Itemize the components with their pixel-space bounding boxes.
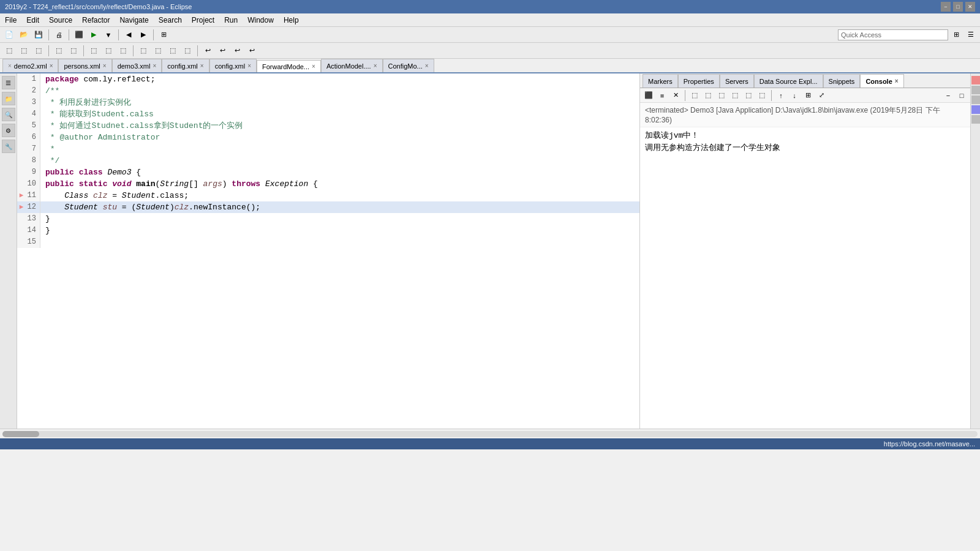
tb2-nav1[interactable]: ↩ (201, 44, 214, 58)
tab-close-btn[interactable]: × (200, 62, 204, 69)
toolbar-end-2[interactable]: ☰ (964, 28, 978, 42)
print-button[interactable]: 🖨 (52, 28, 66, 42)
tab-configxml1[interactable]: config.xml × (162, 59, 209, 72)
tab-close-btn[interactable]: × (425, 62, 429, 69)
tb2-btn6[interactable]: ⬚ (87, 44, 100, 58)
console-output[interactable]: 加载读jvm中！ 调用无参构造方法创建了一个学生对象 (640, 127, 970, 429)
tb2-btn5[interactable]: ⬚ (67, 44, 80, 58)
rsidebar-icon-1[interactable] (971, 76, 980, 84)
menu-window[interactable]: Window (243, 13, 279, 26)
console-clear-btn[interactable]: ⬛ (643, 89, 655, 102)
console-nav5[interactable]: ⬚ (742, 89, 755, 102)
save-button[interactable]: 💾 (32, 28, 45, 42)
sidebar-icon-5[interactable]: 🔧 (2, 140, 15, 153)
new-button[interactable]: 📄 (2, 28, 16, 42)
panel-tab-markers[interactable]: Markers (643, 74, 678, 88)
tb2-btn4[interactable]: ⬚ (52, 44, 66, 58)
tab-personsxml[interactable]: persons.xml × (58, 59, 111, 72)
console-remove-btn[interactable]: ✕ (669, 89, 682, 102)
sidebar-icon-4[interactable]: ⚙ (2, 124, 15, 137)
menu-edit[interactable]: Edit (21, 13, 44, 26)
tb2-btn1[interactable]: ⬚ (2, 44, 16, 58)
quick-access-box[interactable]: Quick Access (838, 29, 948, 40)
panel-tab-console[interactable]: Console × (860, 74, 903, 88)
console-view2[interactable]: ↓ (788, 89, 801, 102)
open-button[interactable]: 📂 (17, 28, 31, 42)
tb2-btn3[interactable]: ⬚ (32, 44, 45, 58)
tab-close-btn[interactable]: × (247, 62, 251, 69)
tb2-btn12[interactable]: ⬚ (181, 44, 194, 58)
rsidebar-icon-5[interactable] (971, 115, 980, 124)
prev-edit-button[interactable]: ◀ (122, 28, 135, 42)
tab-close-btn[interactable]: × (50, 62, 53, 69)
menu-refactor[interactable]: Refactor (77, 13, 115, 26)
tb2-btn10[interactable]: ⬚ (151, 44, 165, 58)
tb2-nav4[interactable]: ↩ (245, 44, 258, 58)
tab-close-btn[interactable]: × (312, 63, 315, 70)
sidebar-icon-2[interactable]: 📁 (2, 92, 15, 105)
menu-help[interactable]: Help (279, 13, 304, 26)
console-nav3[interactable]: ⬚ (715, 89, 728, 102)
menu-project[interactable]: Project (187, 13, 219, 26)
rsidebar-icon-3[interactable] (971, 96, 980, 104)
tb2-btn7[interactable]: ⬚ (102, 44, 115, 58)
run-config-button[interactable]: ▼ (102, 28, 115, 42)
menu-search[interactable]: Search (154, 13, 187, 26)
panel-tab-snippets[interactable]: Snippets (823, 74, 861, 88)
menu-file[interactable]: File (0, 13, 21, 26)
close-button[interactable]: ✕ (965, 2, 975, 12)
tab-close-btn[interactable]: × (374, 62, 377, 69)
tab-forwardmodel[interactable]: ForwardMode... × (257, 60, 321, 73)
tb2-btn11[interactable]: ⬚ (166, 44, 179, 58)
panel-tab-servers[interactable]: Servers (720, 74, 754, 88)
h-scroll-thumb[interactable] (2, 431, 39, 437)
tab-label: ActionModel.... (326, 62, 371, 70)
console-nav4[interactable]: ⬚ (729, 89, 741, 102)
console-nav6[interactable]: ⬚ (756, 89, 768, 102)
right-sidebar (970, 73, 980, 429)
debug-button[interactable]: ⬛ (72, 28, 86, 42)
menu-navigate[interactable]: Navigate (115, 13, 153, 26)
tab-demo2xml[interactable]: × demo2.xml × (2, 59, 58, 72)
tab-close-btn[interactable]: × (153, 62, 156, 69)
console-stop-btn[interactable]: ■ (656, 89, 668, 102)
tb2-btn8[interactable]: ⬚ (116, 44, 130, 58)
run-button[interactable]: ▶ (87, 28, 100, 42)
toolbar-end-1[interactable]: ⊞ (949, 28, 963, 42)
panel-tab-properties[interactable]: Properties (678, 74, 720, 88)
right-panel: Markers Properties Servers Data Source E… (639, 73, 970, 429)
console-maximize[interactable]: □ (956, 89, 968, 102)
tab-close-btn[interactable]: × (103, 62, 107, 69)
maximize-button[interactable]: □ (953, 2, 963, 12)
tb2-btn2[interactable]: ⬚ (17, 44, 31, 58)
code-editor[interactable]: 1 package com.ly.reflect; 2 /** 3 * 利用反射… (17, 73, 639, 429)
tab-actionmodel[interactable]: ActionModel.... × (321, 59, 383, 72)
perspective-button[interactable]: ⊞ (157, 28, 170, 42)
tab-configxml2[interactable]: config.xml × (209, 59, 257, 72)
menu-run[interactable]: Run (219, 13, 243, 26)
rsidebar-icon-4[interactable] (971, 105, 980, 114)
rsidebar-icon-2[interactable] (971, 86, 980, 94)
menu-source[interactable]: Source (44, 13, 77, 26)
tab-configmo[interactable]: ConfigMo... × (383, 59, 434, 72)
next-edit-button[interactable]: ▶ (137, 28, 150, 42)
h-scroll-track[interactable] (2, 431, 978, 437)
tb2-nav3[interactable]: ↩ (230, 44, 244, 58)
sidebar-icon-3[interactable]: 🔍 (2, 108, 15, 121)
panel-tabs: Markers Properties Servers Data Source E… (640, 73, 970, 88)
console-tab-close[interactable]: × (895, 78, 899, 84)
sidebar-icon-1[interactable]: ☰ (2, 76, 15, 89)
minimize-button[interactable]: − (941, 2, 951, 12)
console-view1[interactable]: ↑ (775, 89, 787, 102)
h-scrollbar[interactable] (0, 429, 980, 438)
console-nav2[interactable]: ⬚ (702, 89, 714, 102)
tb2-nav2[interactable]: ↩ (216, 44, 229, 58)
console-view3[interactable]: ⊞ (802, 89, 814, 102)
tab-demo3xml[interactable]: demo3.xml × (112, 59, 162, 72)
console-nav1[interactable]: ⬚ (688, 89, 701, 102)
console-minimize[interactable]: − (942, 89, 954, 102)
panel-tab-datasource[interactable]: Data Source Expl... (754, 74, 823, 88)
tb2-btn9[interactable]: ⬚ (137, 44, 150, 58)
console-view4[interactable]: ⤢ (815, 89, 827, 102)
panel-tab-markers-label: Markers (648, 78, 673, 85)
